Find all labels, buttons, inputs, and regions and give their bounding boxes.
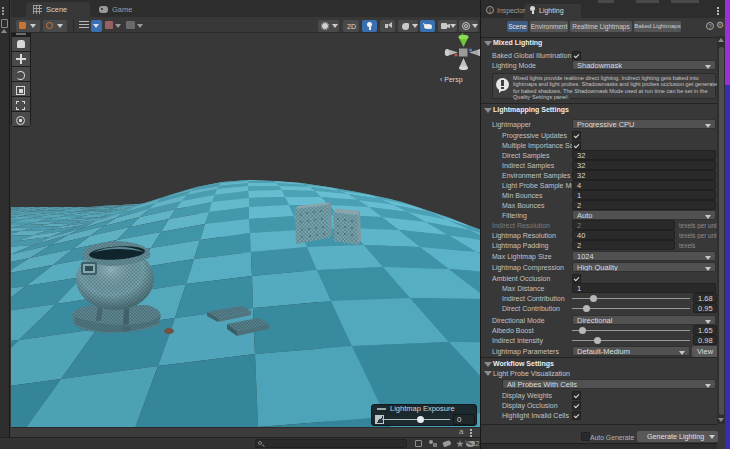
svg-text:y: y: [461, 33, 464, 35]
svg-text:‹ Persp: ‹ Persp: [440, 76, 463, 84]
